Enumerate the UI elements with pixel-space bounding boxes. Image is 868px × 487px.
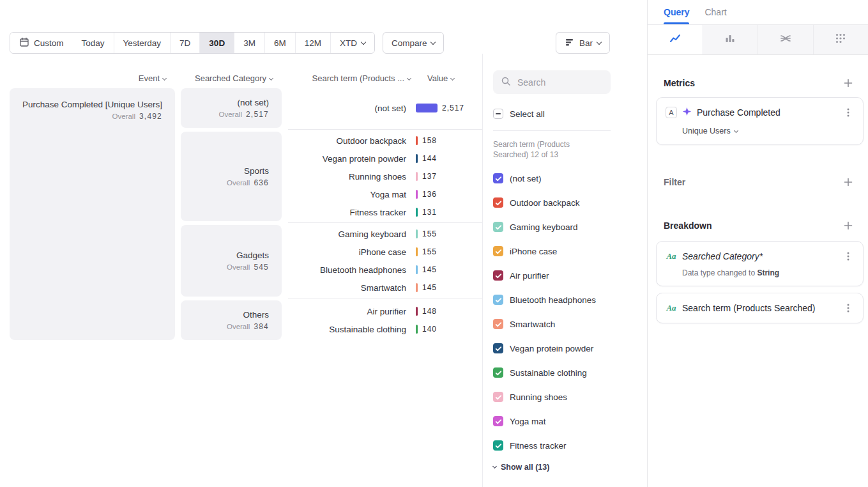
add-breakdown-button[interactable] — [842, 220, 854, 231]
term-row[interactable]: Air purifier 148 — [288, 302, 482, 320]
value-bar[interactable] — [416, 265, 418, 274]
divider — [493, 130, 611, 131]
category-cell[interactable]: Others Overall384 — [181, 300, 282, 340]
category-cell[interactable]: Sports Overall636 — [181, 132, 282, 221]
date-preset-today[interactable]: Today — [73, 33, 114, 53]
value-bar[interactable] — [416, 172, 418, 181]
search-input[interactable] — [516, 77, 593, 88]
category-cell[interactable]: (not set) Overall2,517 — [181, 88, 282, 128]
metric-aggregation-label: Unique Users — [682, 127, 731, 135]
tab-funnels[interactable] — [703, 25, 758, 54]
custom-date-button[interactable]: Custom — [10, 33, 73, 53]
date-preset-3m[interactable]: 3M — [234, 33, 264, 53]
add-metric-button[interactable] — [842, 77, 854, 89]
legend-item[interactable]: Outdoor backpack — [493, 190, 647, 215]
breakdown-menu-button[interactable] — [842, 302, 854, 314]
legend-item-label: iPhone case — [510, 247, 557, 256]
term-row[interactable]: (not set) 2,517 — [288, 99, 482, 117]
legend-checkbox[interactable] — [493, 270, 503, 281]
tab-flows[interactable] — [758, 25, 813, 54]
tab-chart[interactable]: Chart — [704, 0, 726, 24]
term-row[interactable]: Yoga mat 136 — [288, 185, 482, 203]
date-preset-6m[interactable]: 6M — [264, 33, 295, 53]
date-preset-yesterday[interactable]: Yesterday — [114, 33, 171, 53]
legend-item[interactable]: Fitness tracker — [493, 433, 647, 458]
show-all-button[interactable]: Show all (13) — [493, 458, 647, 477]
term-row[interactable]: Bluetooth headphones 145 — [288, 261, 482, 279]
term-label: (not set) — [288, 104, 416, 113]
legend-item[interactable]: Air purifier — [493, 263, 647, 288]
select-all-checkbox[interactable] — [493, 109, 503, 119]
term-row[interactable]: iPhone case 155 — [288, 243, 482, 261]
column-header-term[interactable]: Search term (Products ... — [288, 73, 416, 83]
value-bar[interactable] — [416, 307, 418, 316]
metric-aggregation-dropdown[interactable]: Unique Users — [682, 127, 738, 135]
legend-item[interactable]: iPhone case — [493, 239, 647, 263]
metric-menu-button[interactable] — [842, 106, 854, 119]
term-row[interactable]: Fitness tracker 131 — [288, 203, 482, 221]
value-bar[interactable] — [416, 104, 438, 112]
legend-item[interactable]: Sustainable clothing — [493, 360, 647, 385]
term-row[interactable]: Outdoor backpack 158 — [288, 132, 482, 150]
tab-query[interactable]: Query — [664, 0, 689, 24]
event-cell[interactable]: Purchase Completed [Unique Users] Overal… — [10, 88, 175, 340]
value-bar[interactable] — [416, 247, 418, 256]
legend-item[interactable]: Vegan protein powder — [493, 336, 647, 360]
check-icon — [495, 394, 502, 401]
column-header-category[interactable]: Searched Category — [181, 73, 282, 83]
term-row[interactable]: Smartwatch 145 — [288, 279, 482, 297]
value-bar[interactable] — [416, 208, 418, 217]
term-row[interactable]: Vegan protein powder 144 — [288, 150, 482, 167]
value-bar[interactable] — [416, 229, 418, 238]
value-bar[interactable] — [416, 283, 418, 292]
legend-item[interactable]: (not set) — [493, 166, 647, 190]
legend-checkbox[interactable] — [493, 343, 503, 353]
compare-dropdown[interactable]: Compare — [383, 32, 445, 54]
term-row[interactable]: Sustainable clothing 140 — [288, 320, 482, 338]
term-label: iPhone case — [288, 247, 416, 257]
legend-checkbox[interactable] — [493, 440, 503, 451]
column-header-value[interactable]: Value — [416, 73, 482, 83]
term-row[interactable]: Running shoes 137 — [288, 167, 482, 185]
date-preset-30d[interactable]: 30D — [199, 33, 234, 53]
legend-checkbox[interactable] — [493, 295, 503, 305]
indeterminate-dash-icon — [496, 113, 501, 114]
term-list: Gaming keyboard 155 iPhone case 155 Blue… — [288, 225, 482, 297]
category-overall: Overall2,517 — [181, 110, 269, 119]
date-preset-7d[interactable]: 7D — [170, 33, 199, 53]
xtd-dropdown[interactable]: XTD — [330, 33, 374, 53]
term-label: Bluetooth headphones — [288, 265, 416, 275]
breakdown-menu-button[interactable] — [842, 250, 854, 263]
date-preset-12m[interactable]: 12M — [295, 33, 330, 53]
legend-item[interactable]: Bluetooth headphones — [493, 288, 647, 312]
select-all[interactable]: Select all — [493, 107, 647, 121]
tab-insights[interactable] — [648, 25, 703, 54]
chart-type-dropdown[interactable]: Bar — [556, 32, 610, 54]
value-bar[interactable] — [416, 136, 418, 145]
legend-checkbox[interactable] — [493, 222, 503, 232]
value-bar[interactable] — [416, 154, 418, 163]
legend-item[interactable]: Smartwatch — [493, 312, 647, 336]
legend-checkbox[interactable] — [493, 197, 503, 208]
metric-card[interactable]: A Purchase Completed Unique Users — [656, 97, 864, 145]
legend-checkbox[interactable] — [493, 246, 503, 256]
term-row[interactable]: Gaming keyboard 155 — [288, 225, 482, 243]
tab-retention[interactable] — [813, 25, 868, 54]
add-filter-button[interactable] — [842, 176, 854, 188]
legend-checkbox[interactable] — [493, 319, 503, 329]
legend-list: (not set) Outdoor backpack Gaming keyboa… — [493, 166, 647, 458]
search-box[interactable] — [493, 70, 611, 94]
legend-item[interactable]: Running shoes — [493, 385, 647, 409]
category-cell[interactable]: Gadgets Overall545 — [181, 225, 282, 297]
legend-item[interactable]: Yoga mat — [493, 409, 647, 433]
legend-checkbox[interactable] — [493, 392, 503, 402]
breakdown-card[interactable]: Aa Search term (Products Searched) — [656, 293, 864, 323]
breakdown-card[interactable]: Aa Searched Category* Data type changed … — [656, 241, 864, 286]
legend-checkbox[interactable] — [493, 416, 503, 426]
legend-checkbox[interactable] — [493, 173, 503, 183]
column-header-event[interactable]: Event — [10, 73, 175, 83]
value-bar[interactable] — [416, 190, 418, 199]
value-bar[interactable] — [416, 325, 418, 334]
legend-item[interactable]: Gaming keyboard — [493, 215, 647, 239]
legend-checkbox[interactable] — [493, 367, 503, 378]
